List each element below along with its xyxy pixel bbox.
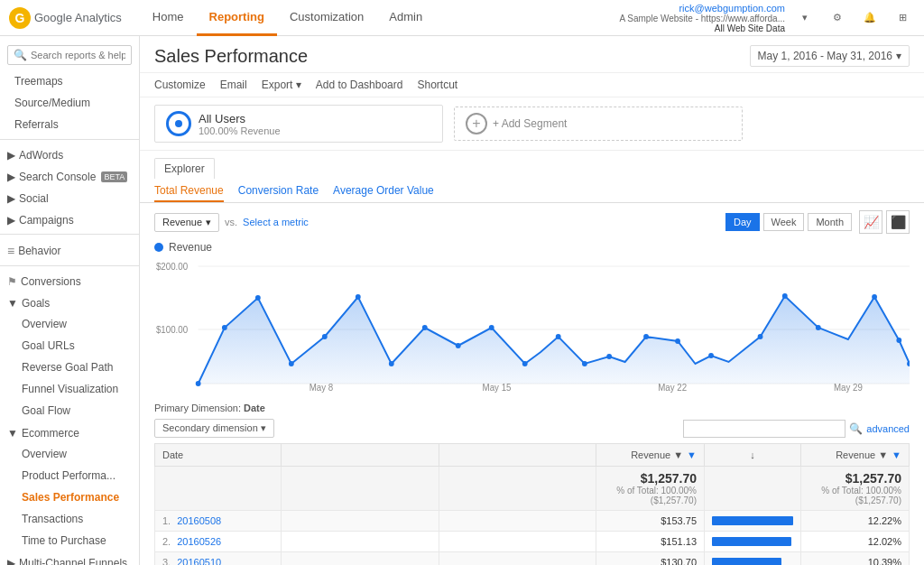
notifications-icon[interactable]: 🔔 (857, 5, 882, 31)
row-date-link[interactable]: 20160508 (177, 515, 221, 526)
chart-type-buttons: 📈 ⬛ (859, 210, 910, 234)
cell-date: 1. 20160508 (155, 511, 282, 532)
settings-icon[interactable]: ⚙ (825, 5, 850, 31)
divider (0, 265, 139, 266)
select-metric-btn[interactable]: Select a metric (243, 217, 309, 227)
nav-customization[interactable]: Customization (277, 0, 376, 36)
row-num: 3. (162, 557, 171, 565)
total-revenue1-cell: $1,257.70 % of Total: 100.00% ($1,257.70… (596, 467, 705, 511)
table-search-input[interactable] (683, 420, 845, 438)
customize-btn[interactable]: Customize (154, 79, 206, 91)
beta-badge: BETA (101, 171, 127, 182)
total-empty1 (282, 467, 439, 511)
account-dropdown-btn[interactable]: ▾ (792, 5, 818, 31)
metric-dropdown[interactable]: Revenue ▾ (154, 213, 219, 232)
chart-point (556, 334, 561, 339)
date-range-picker[interactable]: May 1, 2016 - May 31, 2016 ▾ (750, 45, 910, 67)
time-controls: Day Week Month 📈 ⬛ (725, 210, 910, 234)
revenue-bar (712, 516, 793, 525)
add-dashboard-btn[interactable]: Add to Dashboard (316, 79, 403, 91)
table-search-icon[interactable]: 🔍 (849, 422, 863, 435)
shortcut-btn[interactable]: Shortcut (417, 79, 457, 91)
apps-icon[interactable]: ⊞ (890, 5, 915, 31)
chart-controls: Revenue ▾ vs. Select a metric Day Week M… (140, 203, 924, 241)
tab-total-revenue[interactable]: Total Revenue (154, 184, 224, 202)
goals-arrow: ▼ (7, 297, 18, 310)
sidebar-ecommerce-sales[interactable]: Sales Performance (7, 486, 139, 508)
total-revenue2: $1,257.70 (808, 471, 901, 486)
time-btn-week[interactable]: Week (763, 213, 805, 231)
sidebar-goals-flow[interactable]: Goal Flow (7, 400, 139, 421)
row-date-link[interactable]: 20160510 (177, 557, 221, 565)
th-revenue2[interactable]: Revenue ▼ ▼ (801, 444, 910, 467)
cell-date: 2. 20160526 (155, 532, 282, 552)
chart-point (582, 361, 587, 366)
sidebar-conversions[interactable]: ⚑ Conversions (0, 270, 139, 292)
add-segment-label: + Add Segment (493, 117, 567, 130)
sidebar-ecommerce-product[interactable]: Product Performa... (7, 465, 139, 486)
chart-point (675, 338, 680, 344)
export-btn[interactable]: Export ▾ (262, 79, 301, 91)
add-segment-btn[interactable]: + + Add Segment (454, 107, 743, 141)
sidebar-item-source-medium[interactable]: Source/Medium (0, 92, 139, 114)
row-date-link[interactable]: 20160526 (177, 536, 221, 547)
sidebar-category-campaigns[interactable]: ▶ Campaigns (0, 208, 139, 230)
email-btn[interactable]: Email (220, 79, 247, 91)
vs-text: vs. (225, 217, 237, 227)
svg-text:$200.00: $200.00 (156, 262, 189, 272)
advanced-search-link[interactable]: advanced (866, 423, 910, 434)
secondary-dim-btn[interactable]: Secondary dimension ▾ (154, 419, 274, 438)
nav-reporting[interactable]: Reporting (197, 0, 277, 36)
toolbar: Customize Email Export ▾ Add to Dashboar… (140, 73, 924, 97)
sidebar-goals[interactable]: ▼ Goals (0, 292, 139, 313)
sidebar-goals-reverse[interactable]: Reverse Goal Path (7, 357, 139, 378)
sidebar-category-social[interactable]: ▶ Social (0, 187, 139, 208)
th-arrow-label: ↓ (750, 449, 755, 460)
sidebar-item-treemaps[interactable]: Treemaps (0, 70, 139, 92)
sidebar-ecommerce-time[interactable]: Time to Purchase (7, 530, 139, 551)
sidebar-multichannel[interactable]: ▶ Multi-Channel Funnels (0, 551, 139, 565)
sidebar-goals-funnel[interactable]: Funnel Visualization (7, 378, 139, 400)
sidebar-item-referrals[interactable]: Referrals (0, 114, 139, 135)
time-btn-month[interactable]: Month (808, 213, 852, 231)
total-empty3 (705, 467, 801, 511)
bar-chart-btn[interactable]: ⬛ (886, 210, 910, 234)
sidebar-ecommerce-transactions[interactable]: Transactions (7, 508, 139, 530)
goals-sub: Overview Goal URLs Reverse Goal Path Fun… (0, 313, 139, 421)
chart-point (422, 325, 428, 330)
th-date[interactable]: Date (155, 444, 282, 467)
search-input[interactable] (31, 50, 125, 60)
chart-point (758, 334, 763, 339)
sidebar-ecommerce[interactable]: ▼ Ecommerce (0, 421, 139, 443)
search-box[interactable]: 🔍 (7, 45, 132, 65)
cell-bar (705, 552, 801, 566)
chart-point (255, 295, 261, 301)
time-btn-day[interactable]: Day (725, 213, 760, 231)
behavior-label: Behavior (18, 245, 60, 257)
sidebar-behavior[interactable]: ≡ Behavior (0, 238, 139, 262)
sidebar-ecommerce-overview[interactable]: Overview (7, 443, 139, 465)
chart-point (782, 293, 788, 299)
th-sort-arrow[interactable]: ↓ (705, 444, 801, 467)
table-row: 2. 20160526 $151.13 12.02% (155, 532, 910, 552)
arrow-icon: ▶ (7, 214, 15, 227)
tab-avg-order-value[interactable]: Average Order Value (333, 184, 434, 202)
cell-empty2 (439, 511, 596, 532)
sidebar-category-adwords[interactable]: ▶ AdWords (0, 144, 139, 165)
date-range-text: May 1, 2016 - May 31, 2016 (758, 50, 892, 62)
sidebar-category-search-console[interactable]: ▶ Search Console BETA (0, 165, 139, 187)
data-table: Date Revenue ▼ ▼ ↓ (154, 443, 910, 565)
th-revenue1[interactable]: Revenue ▼ ▼ (596, 444, 705, 467)
line-chart-btn[interactable]: 📈 (859, 210, 882, 234)
tab-conversion-rate[interactable]: Conversion Rate (238, 184, 319, 202)
segment-name: All Users (199, 112, 281, 125)
sidebar-goals-overview[interactable]: Overview (7, 313, 139, 335)
conversions-icon: ⚑ (7, 275, 17, 288)
nav-admin[interactable]: Admin (376, 0, 435, 36)
social-label: Social (19, 192, 49, 205)
nav-home[interactable]: Home (140, 0, 197, 36)
ecommerce-label: Ecommerce (22, 427, 79, 440)
cell-pct: 10.39% (801, 552, 910, 566)
sidebar-goals-urls[interactable]: Goal URLs (7, 335, 139, 357)
metric-arrow: ▾ (206, 217, 211, 228)
